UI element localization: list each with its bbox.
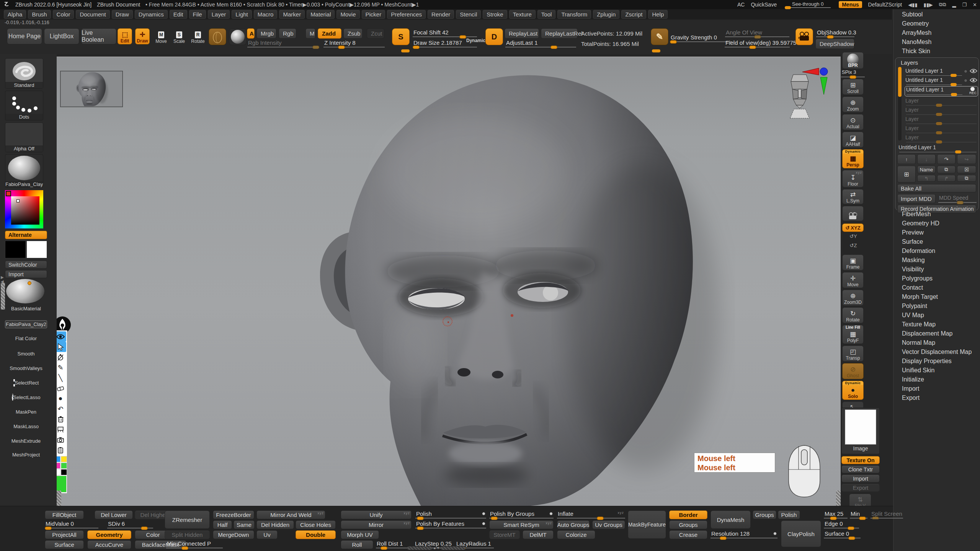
quick-item-smoothvalleys-brush[interactable]: SmoothValleys (5, 365, 47, 371)
left-tray-grip[interactable] (1, 283, 5, 310)
menu-item[interactable]: Layer (208, 10, 230, 19)
dynamesh-groups-button[interactable]: Groups (753, 510, 776, 519)
layer-1-mode-dot[interactable] (964, 70, 967, 73)
layer-branch-button[interactable]: ↪ (957, 154, 976, 164)
texture-on-button[interactable]: Texture On (841, 456, 880, 464)
annotation-clear-button[interactable] (57, 414, 66, 424)
menu-item[interactable]: Alpha (4, 10, 26, 19)
annotation-screenshot-button[interactable] (57, 435, 66, 445)
dynamic-label[interactable]: Dynamic (466, 38, 485, 43)
polish-by-features-slider[interactable]: Polish By Features (415, 520, 486, 529)
store-mt-button[interactable]: StoreMT (489, 530, 520, 539)
replay-last-button[interactable]: ReplayLast (505, 28, 539, 39)
alternate-color-button[interactable]: Alternate (5, 231, 47, 239)
mirror-and-weld-button[interactable]: Mirror And Weldxyz (256, 510, 325, 519)
rotate-y-button[interactable]: ↺Y (847, 233, 860, 241)
menu-item[interactable]: Material (307, 10, 335, 19)
palette-magenta[interactable] (57, 463, 60, 469)
uv-groups-button[interactable]: Uv Groups (592, 520, 625, 529)
quick-item-basic-material[interactable]: BasicMaterial (5, 306, 47, 311)
del-lower-button[interactable]: Del Lower (95, 510, 133, 519)
layout-windows-icon[interactable]: ⧉⧉ (939, 2, 946, 8)
tool-section-header[interactable]: Vector Displacement Map (893, 347, 980, 357)
focal-shift-slider[interactable]: Focal Shift 42 (413, 29, 477, 38)
polish-by-features-mode-dot[interactable] (482, 522, 485, 525)
tool-section-header[interactable]: Unified Skin (893, 366, 980, 375)
layer-duplicate-button[interactable]: ⧉ (937, 166, 956, 173)
quick-item-meshextrude[interactable]: MeshExtrude (5, 438, 47, 444)
tool-section-header[interactable]: Surface (893, 237, 980, 246)
axis-gizmo[interactable] (801, 67, 831, 97)
layer-split-button[interactable]: ↱ (937, 175, 956, 182)
menu-item[interactable]: Brush (28, 10, 51, 19)
shelf-drag-handle-2[interactable] (652, 49, 660, 52)
current-texture-thumbnail[interactable]: FabioPaiva_Clay2 (5, 154, 43, 188)
tool-section-header[interactable]: Geometry HD (893, 219, 980, 228)
aahalf-button[interactable]: ◪AAHalf (842, 132, 864, 148)
zsub-button[interactable]: Zsub (343, 28, 363, 39)
tool-section-header[interactable]: Morph Target (893, 292, 980, 302)
colorize-button[interactable]: Colorize (557, 530, 595, 539)
shelf-drag-handle[interactable] (401, 49, 410, 52)
zadd-button[interactable]: Zadd (318, 28, 341, 39)
angle-of-view-slider[interactable]: Angle Of View (725, 29, 789, 38)
palette-black[interactable] (61, 469, 67, 475)
solo-button[interactable]: Dynamic ●Solo (842, 381, 864, 400)
geometry-target-button[interactable]: Geometry (87, 530, 131, 539)
texture-import-button[interactable]: Import (841, 474, 880, 483)
palette-green[interactable] (61, 463, 67, 469)
clone-texture-button[interactable]: Clone Txtr (841, 465, 880, 473)
texture-export-button[interactable]: Export (841, 484, 880, 492)
close-holes-button[interactable]: Close Holes (296, 520, 336, 529)
menu-item[interactable]: Marker (279, 10, 305, 19)
edit-mode-button[interactable]: ⬚ Edit (118, 28, 132, 44)
menu-item[interactable]: Help (648, 10, 668, 19)
menu-item[interactable]: Zplugin (593, 10, 619, 19)
menu-item[interactable]: Stencil (456, 10, 481, 19)
same-button[interactable]: Same (234, 520, 255, 529)
polish-mode-dot[interactable] (482, 512, 485, 515)
current-stroke-thumbnail[interactable]: Dots (5, 91, 43, 121)
stroke-settings-icon[interactable]: S (392, 28, 410, 45)
fill-object-button[interactable]: FillObject (45, 510, 84, 519)
polish-by-groups-mode-dot[interactable] (549, 512, 553, 515)
actual-size-button[interactable]: ⊙Actual (842, 114, 864, 130)
movie-camera-icon[interactable] (795, 28, 813, 45)
see-through-slider[interactable]: See-through 0 (783, 1, 833, 8)
layer-delete-button[interactable]: ☒ (957, 166, 976, 173)
polyframe-button[interactable]: Line Fill ▦PolyF (842, 325, 864, 344)
quicksave-button[interactable]: QuickSave (751, 2, 777, 8)
annotation-marker-button[interactable]: ✎ (57, 362, 66, 373)
minimize-button[interactable]: ▂ (952, 2, 956, 8)
annotation-undo-button[interactable]: ↶ (57, 404, 66, 414)
uv-button[interactable]: Uv (256, 530, 278, 539)
unify-button[interactable]: Unifyxyz (341, 510, 412, 519)
tool-section-header[interactable]: Preview (893, 228, 980, 237)
menu-item[interactable]: Render (428, 10, 454, 19)
quick-item-meshproject[interactable]: MeshProject (5, 452, 47, 458)
layer-row-1[interactable]: Untitled Layer 1 (905, 68, 977, 77)
smart-resym-button[interactable]: Smart ReSymxyz (489, 520, 554, 529)
tool-section-header[interactable]: Deformation (893, 246, 980, 256)
zcut-button[interactable]: Zcut (367, 28, 384, 39)
palette-blue[interactable] (57, 456, 60, 462)
del-mt-button[interactable]: DelMT (523, 530, 554, 539)
quick-item-selectrect[interactable]: SelectRect (5, 380, 47, 386)
tool-section-header[interactable]: Export (893, 393, 980, 403)
restore-button[interactable]: ❐ (962, 2, 967, 8)
layer-move-up-button[interactable]: ↑ (897, 154, 916, 164)
quick-item-masklasso[interactable]: MaskLasso (5, 424, 47, 429)
z-intensity-slider[interactable]: Z Intensity 8 (323, 39, 385, 48)
a-toggle-button[interactable]: A (247, 28, 255, 39)
annotation-color-dot-button[interactable]: ● (57, 393, 66, 404)
gravity-strength-slider[interactable]: Gravity Strength 0 (670, 34, 732, 43)
layer-invert-button[interactable]: ⧉ (957, 175, 976, 182)
menu-item[interactable]: Color (53, 10, 74, 19)
menu-item[interactable]: Light (232, 10, 252, 19)
menu-item[interactable]: Dynamics (135, 10, 168, 19)
annotation-cursor-button[interactable] (57, 342, 66, 352)
current-tool-preview[interactable] (6, 279, 44, 304)
tool-section-header[interactable]: Masking (893, 256, 980, 265)
layer-2-eye-icon[interactable] (970, 78, 977, 83)
switch-color-button[interactable]: SwitchColor (5, 261, 47, 269)
